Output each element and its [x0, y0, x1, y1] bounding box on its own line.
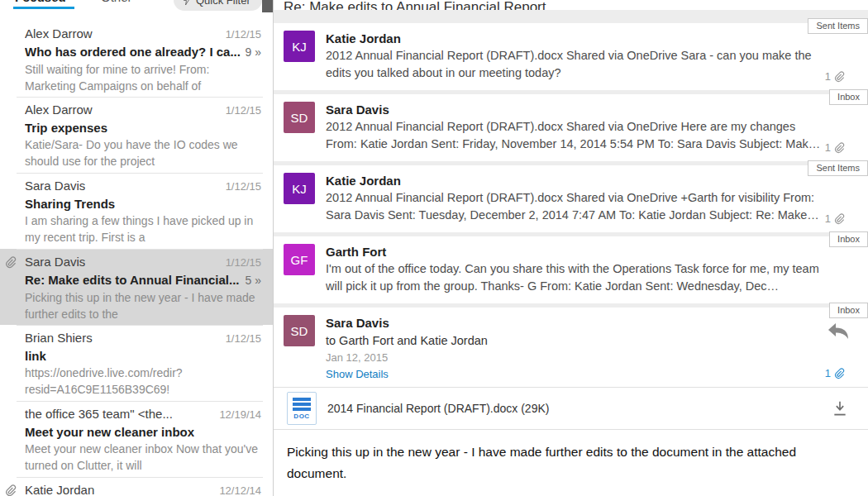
paperclip-icon — [4, 256, 17, 269]
collapsed-message[interactable]: Sent Items KJ Katie Jordan 2012 Annual F… — [274, 23, 868, 90]
list-item-date: 12/12/14 — [219, 483, 261, 496]
list-item-sender: Sara Davis — [25, 178, 85, 194]
collapsed-message[interactable]: Sent Items KJ Katie Jordan 2012 Annual F… — [274, 165, 868, 232]
list-item-date: 1/12/15 — [226, 26, 261, 43]
paperclip-icon — [4, 484, 17, 496]
list-item-preview: Meet your new cleaner inbox Now that you… — [25, 441, 261, 474]
list-item-preview: Katie/Sara- Do you have the IO codes we … — [25, 136, 261, 169]
message-preview: 2012 Annual Financial Report (DRAFT).doc… — [326, 47, 830, 82]
attachment-count: 1 — [825, 367, 845, 379]
message-list-pane: Focused Other Quick Filter Alex Darrow 1… — [0, 0, 274, 496]
show-details-link[interactable]: Show Details — [326, 366, 389, 383]
message-preview: 2012 Annual Financial Report (DRAFT).doc… — [326, 189, 830, 224]
list-item-subject: Who has ordered one already? I ca... — [25, 43, 241, 60]
expanded-message-header[interactable]: Inbox SD Sara Davis to Garth Fort and Ka… — [274, 308, 868, 387]
collapsed-message[interactable]: Inbox GF Garth Fort I'm out of the offic… — [274, 236, 868, 303]
list-item-sender: the office 365 team" <the... — [25, 406, 173, 422]
attachment-count: 1 — [825, 212, 845, 225]
list-item-date: 1/12/15 — [226, 331, 261, 347]
inbox-tabs: Focused Other Quick Filter — [0, 0, 273, 21]
thread-count-chevron: 5 » — [246, 272, 261, 289]
list-item[interactable]: Brian Shiers 1/12/15 link https://onedri… — [0, 325, 273, 401]
message-sender: Katie Jordan — [326, 173, 830, 189]
conversation-subject: Re: Make edits to Annual Financial Repor… — [274, 0, 868, 10]
list-item[interactable]: the office 365 team" <the... 12/19/14 Me… — [0, 401, 273, 477]
message-preview: I'm out of the office today. Can you sha… — [326, 260, 830, 295]
list-item-sender: Alex Darrow — [25, 26, 93, 42]
folder-badge: Inbox — [829, 303, 868, 318]
list-item-subject: Sharing Trends — [25, 195, 115, 212]
attachment-count: 1 — [825, 141, 845, 154]
message-sender: Katie Jordan — [326, 31, 830, 47]
list-item[interactable]: Sara Davis 1/12/15 Sharing Trends I am s… — [0, 173, 273, 249]
list-item-subject: Re: Make edits to Annual Financial... — [25, 271, 240, 289]
message-date: Jan 12, 2015 — [326, 350, 488, 366]
list-item-date: 1/12/15 — [226, 255, 261, 271]
message-sender: Garth Fort — [326, 244, 830, 260]
message-list: Alex Darrow 1/12/15 Who has ordered one … — [0, 21, 273, 496]
folder-badge: Sent Items — [808, 18, 868, 34]
quick-filter-button[interactable]: Quick Filter — [174, 0, 262, 11]
list-item[interactable]: Alex Darrow 1/12/15 Trip expenses Katie/… — [0, 97, 273, 173]
list-item-sender: Sara Davis — [25, 254, 85, 270]
list-item-date: 1/12/15 — [226, 179, 261, 195]
lightning-bolt-icon — [182, 0, 192, 6]
folder-badge: Inbox — [829, 89, 868, 105]
message-sender: Sara Davis — [326, 315, 488, 331]
list-item-subject: Trip expenses — [25, 119, 107, 136]
tab-other[interactable]: Other — [101, 0, 132, 4]
pane-divider-band — [274, 10, 868, 23]
list-scrollbar-thumb[interactable] — [262, 0, 273, 12]
message-body-text: Picking this up in the new year - I have… — [274, 430, 868, 496]
avatar: KJ — [284, 173, 315, 204]
list-item-subject: link — [25, 347, 46, 365]
avatar: GF — [284, 244, 315, 275]
active-tab-underline — [13, 7, 74, 9]
attachment-count: 1 — [825, 70, 845, 83]
list-item[interactable]: Katie Jordan 12/12/14 — [0, 477, 273, 496]
message-preview: 2012 Annual Financial Report (DRAFT).doc… — [326, 118, 830, 153]
list-item-date: 1/12/15 — [226, 103, 261, 119]
collapsed-message[interactable]: Inbox SD Sara Davis 2012 Annual Financia… — [274, 94, 868, 161]
list-item-sender: Katie Jordan — [25, 482, 94, 496]
docx-file-icon: DOC — [287, 392, 317, 425]
message-recipients: to Garth Fort and Katie Jordan — [326, 331, 488, 350]
message-sender: Sara Davis — [326, 102, 830, 118]
list-item-preview: I am sharing a few things I have picked … — [25, 212, 261, 246]
quick-filter-label: Quick Filter — [196, 0, 250, 7]
list-item[interactable]: Alex Darrow 1/12/15 Who has ordered one … — [0, 21, 273, 97]
list-item-subject: Meet your new cleaner inbox — [25, 423, 194, 441]
mail-app-window: Focused Other Quick Filter Alex Darrow 1… — [0, 0, 868, 496]
reply-arrow-icon[interactable] — [827, 321, 850, 341]
thread-count-chevron: 9 » — [246, 44, 261, 61]
avatar: SD — [284, 102, 315, 133]
tab-focused[interactable]: Focused — [15, 0, 66, 4]
attachment-filename: 2014 Financial Report (DRAFT).docx (29K) — [327, 402, 549, 415]
folder-badge: Inbox — [829, 231, 868, 247]
list-item-sender: Alex Darrow — [25, 102, 93, 118]
avatar: KJ — [284, 31, 315, 62]
list-item-preview: Still waiting for mine to arrive! From: … — [25, 61, 261, 94]
avatar: SD — [284, 315, 315, 346]
list-item-preview: https://onedrive.live.com/redir?resid=A1… — [25, 365, 261, 398]
list-item-sender: Brian Shiers — [25, 330, 93, 346]
list-item-date: 12/19/14 — [219, 407, 261, 423]
list-item[interactable]: Sara Davis 1/12/15 Re: Make edits to Ann… — [0, 249, 273, 325]
folder-badge: Sent Items — [808, 160, 868, 176]
list-item-preview: Picking this up in the new year - I have… — [25, 289, 261, 322]
attachment-row[interactable]: DOC 2014 Financial Report (DRAFT).docx (… — [274, 387, 868, 430]
conversation-thread: Sent Items KJ Katie Jordan 2012 Annual F… — [274, 23, 868, 303]
reading-pane: Re: Make edits to Annual Financial Repor… — [274, 0, 868, 496]
download-icon[interactable] — [832, 399, 848, 417]
